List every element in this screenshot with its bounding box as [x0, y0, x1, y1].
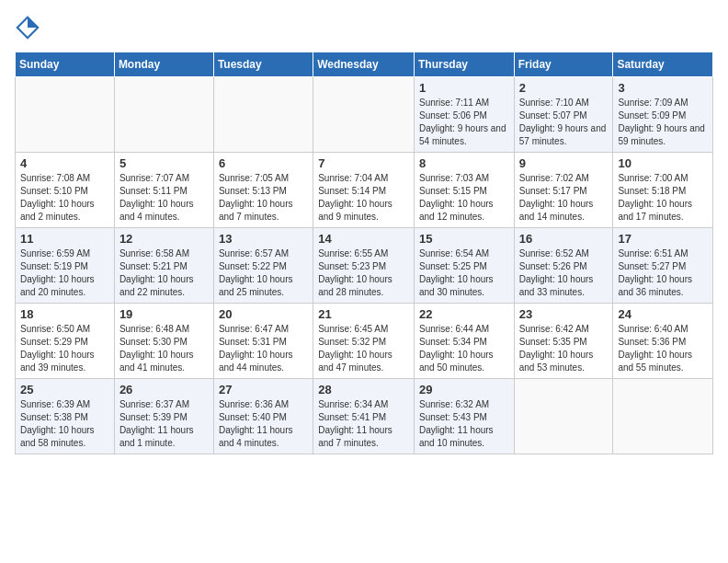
calendar-cell: [613, 379, 713, 454]
day-number: 15: [419, 232, 509, 246]
calendar-cell: 7Sunrise: 7:04 AM Sunset: 5:14 PM Daylig…: [313, 153, 415, 228]
calendar-cell: [114, 77, 213, 153]
calendar-cell: [514, 379, 613, 454]
page-header: [15, 15, 713, 40]
calendar-cell: 25Sunrise: 6:39 AM Sunset: 5:38 PM Dayli…: [16, 379, 115, 454]
day-number: 16: [519, 232, 609, 246]
column-header-wednesday: Wednesday: [313, 52, 415, 77]
day-info: Sunrise: 7:07 AM Sunset: 5:11 PM Dayligh…: [119, 172, 209, 224]
day-info: Sunrise: 6:39 AM Sunset: 5:38 PM Dayligh…: [20, 398, 109, 450]
day-info: Sunrise: 6:48 AM Sunset: 5:30 PM Dayligh…: [119, 323, 209, 374]
calendar-cell: [16, 77, 115, 153]
day-info: Sunrise: 7:00 AM Sunset: 5:18 PM Dayligh…: [618, 172, 708, 224]
column-header-friday: Friday: [514, 52, 613, 77]
column-header-sunday: Sunday: [16, 52, 115, 77]
day-number: 12: [119, 232, 209, 246]
day-info: Sunrise: 6:40 AM Sunset: 5:36 PM Dayligh…: [618, 323, 708, 374]
logo-icon: [15, 15, 40, 40]
column-header-thursday: Thursday: [414, 52, 514, 77]
day-number: 29: [419, 383, 509, 396]
calendar-cell: 24Sunrise: 6:40 AM Sunset: 5:36 PM Dayli…: [613, 304, 713, 379]
day-info: Sunrise: 7:03 AM Sunset: 5:15 PM Dayligh…: [419, 172, 509, 224]
day-info: Sunrise: 6:52 AM Sunset: 5:26 PM Dayligh…: [519, 247, 609, 299]
day-number: 6: [219, 156, 308, 170]
calendar-cell: 20Sunrise: 6:47 AM Sunset: 5:31 PM Dayli…: [213, 304, 313, 379]
calendar-cell: 9Sunrise: 7:02 AM Sunset: 5:17 PM Daylig…: [514, 153, 613, 228]
day-number: 25: [20, 383, 109, 396]
calendar-body: 1Sunrise: 7:11 AM Sunset: 5:06 PM Daylig…: [16, 77, 713, 454]
day-info: Sunrise: 6:34 AM Sunset: 5:41 PM Dayligh…: [318, 398, 409, 450]
day-info: Sunrise: 6:54 AM Sunset: 5:25 PM Dayligh…: [419, 247, 509, 299]
calendar-cell: 1Sunrise: 7:11 AM Sunset: 5:06 PM Daylig…: [414, 77, 514, 153]
day-info: Sunrise: 7:10 AM Sunset: 5:07 PM Dayligh…: [519, 97, 609, 148]
calendar-cell: 27Sunrise: 6:36 AM Sunset: 5:40 PM Dayli…: [213, 379, 313, 454]
calendar-cell: 6Sunrise: 7:05 AM Sunset: 5:13 PM Daylig…: [213, 153, 313, 228]
calendar-week-2: 4Sunrise: 7:08 AM Sunset: 5:10 PM Daylig…: [16, 153, 713, 228]
calendar-cell: 12Sunrise: 6:58 AM Sunset: 5:21 PM Dayli…: [114, 228, 213, 304]
day-number: 20: [219, 307, 308, 321]
day-number: 19: [119, 307, 209, 321]
calendar-cell: 22Sunrise: 6:44 AM Sunset: 5:34 PM Dayli…: [414, 304, 514, 379]
day-info: Sunrise: 6:45 AM Sunset: 5:32 PM Dayligh…: [318, 323, 409, 374]
calendar-cell: 28Sunrise: 6:34 AM Sunset: 5:41 PM Dayli…: [313, 379, 415, 454]
day-number: 28: [318, 383, 409, 396]
day-info: Sunrise: 6:57 AM Sunset: 5:22 PM Dayligh…: [219, 247, 308, 299]
calendar-cell: 19Sunrise: 6:48 AM Sunset: 5:30 PM Dayli…: [114, 304, 213, 379]
calendar-cell: 8Sunrise: 7:03 AM Sunset: 5:15 PM Daylig…: [414, 153, 514, 228]
day-number: 17: [618, 232, 708, 246]
day-info: Sunrise: 6:51 AM Sunset: 5:27 PM Dayligh…: [618, 247, 708, 299]
day-info: Sunrise: 6:59 AM Sunset: 5:19 PM Dayligh…: [20, 247, 109, 299]
day-number: 14: [318, 232, 409, 246]
day-number: 22: [419, 307, 509, 321]
day-number: 2: [519, 81, 609, 95]
calendar-cell: [213, 77, 313, 153]
day-number: 13: [219, 232, 308, 246]
day-info: Sunrise: 6:47 AM Sunset: 5:31 PM Dayligh…: [219, 323, 308, 374]
day-info: Sunrise: 7:05 AM Sunset: 5:13 PM Dayligh…: [219, 172, 308, 224]
column-header-saturday: Saturday: [613, 52, 713, 77]
day-number: 9: [519, 156, 609, 170]
day-number: 11: [20, 232, 109, 246]
calendar-cell: 15Sunrise: 6:54 AM Sunset: 5:25 PM Dayli…: [414, 228, 514, 304]
day-info: Sunrise: 6:58 AM Sunset: 5:21 PM Dayligh…: [119, 247, 209, 299]
day-number: 23: [519, 307, 609, 321]
calendar-cell: 16Sunrise: 6:52 AM Sunset: 5:26 PM Dayli…: [514, 228, 613, 304]
day-info: Sunrise: 7:11 AM Sunset: 5:06 PM Dayligh…: [419, 97, 509, 148]
calendar-cell: 5Sunrise: 7:07 AM Sunset: 5:11 PM Daylig…: [114, 153, 213, 228]
calendar-cell: 18Sunrise: 6:50 AM Sunset: 5:29 PM Dayli…: [16, 304, 115, 379]
day-number: 24: [618, 307, 708, 321]
calendar-cell: 10Sunrise: 7:00 AM Sunset: 5:18 PM Dayli…: [613, 153, 713, 228]
calendar-cell: 17Sunrise: 6:51 AM Sunset: 5:27 PM Dayli…: [613, 228, 713, 304]
calendar-week-4: 18Sunrise: 6:50 AM Sunset: 5:29 PM Dayli…: [16, 304, 713, 379]
calendar-cell: 21Sunrise: 6:45 AM Sunset: 5:32 PM Dayli…: [313, 304, 415, 379]
calendar-cell: 23Sunrise: 6:42 AM Sunset: 5:35 PM Dayli…: [514, 304, 613, 379]
calendar-week-1: 1Sunrise: 7:11 AM Sunset: 5:06 PM Daylig…: [16, 77, 713, 153]
day-number: 8: [419, 156, 509, 170]
day-info: Sunrise: 6:36 AM Sunset: 5:40 PM Dayligh…: [219, 398, 308, 450]
day-number: 5: [119, 156, 209, 170]
day-number: 4: [20, 156, 109, 170]
calendar-cell: 14Sunrise: 6:55 AM Sunset: 5:23 PM Dayli…: [313, 228, 415, 304]
day-number: 1: [419, 81, 509, 95]
day-info: Sunrise: 7:02 AM Sunset: 5:17 PM Dayligh…: [519, 172, 609, 224]
calendar-cell: [313, 77, 415, 153]
day-info: Sunrise: 6:32 AM Sunset: 5:43 PM Dayligh…: [419, 398, 509, 450]
day-info: Sunrise: 6:50 AM Sunset: 5:29 PM Dayligh…: [20, 323, 109, 374]
column-header-monday: Monday: [114, 52, 213, 77]
day-number: 7: [318, 156, 409, 170]
logo: [15, 15, 44, 40]
day-number: 27: [219, 383, 308, 396]
calendar-week-3: 11Sunrise: 6:59 AM Sunset: 5:19 PM Dayli…: [16, 228, 713, 304]
day-number: 10: [618, 156, 708, 170]
day-info: Sunrise: 7:04 AM Sunset: 5:14 PM Dayligh…: [318, 172, 409, 224]
day-info: Sunrise: 6:37 AM Sunset: 5:39 PM Dayligh…: [119, 398, 209, 450]
calendar-cell: 3Sunrise: 7:09 AM Sunset: 5:09 PM Daylig…: [613, 77, 713, 153]
day-info: Sunrise: 7:08 AM Sunset: 5:10 PM Dayligh…: [20, 172, 109, 224]
day-number: 3: [618, 81, 708, 95]
calendar-cell: 13Sunrise: 6:57 AM Sunset: 5:22 PM Dayli…: [213, 228, 313, 304]
day-number: 18: [20, 307, 109, 321]
calendar-cell: 26Sunrise: 6:37 AM Sunset: 5:39 PM Dayli…: [114, 379, 213, 454]
day-number: 21: [318, 307, 409, 321]
column-header-tuesday: Tuesday: [213, 52, 313, 77]
day-info: Sunrise: 6:42 AM Sunset: 5:35 PM Dayligh…: [519, 323, 609, 374]
